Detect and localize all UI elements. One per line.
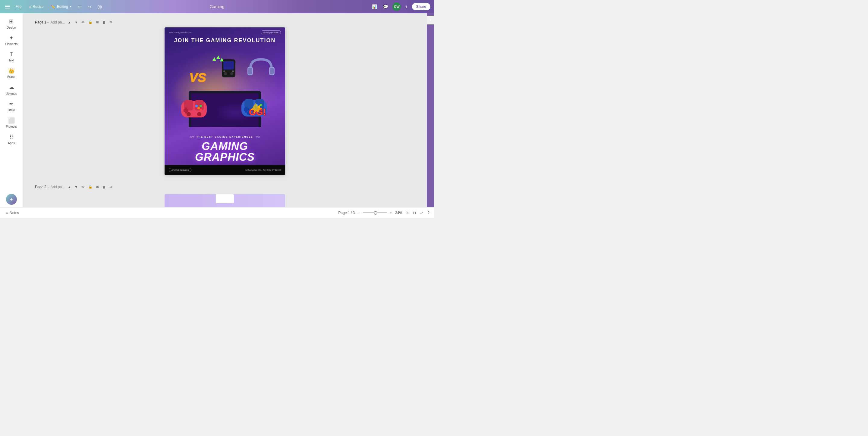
brand-icon: 👑 [8,67,15,74]
zoom-slider[interactable] [363,212,387,213]
sidebar-item-label: Uploads [6,92,17,95]
hamburger-menu[interactable] [4,4,11,10]
page1-add-button[interactable]: Add pa... [50,20,65,24]
sidebar-item-label: Projects [6,125,17,128]
svg-point-15 [199,109,202,111]
svg-point-12 [197,107,200,109]
add-collaborator-button[interactable]: + [403,3,409,10]
canvas-area[interactable]: Page 1 - Add pa... ▲ ▼ 👁 🔒 ⊞ 🗑 ⊕ www.rea… [23,13,427,207]
zoom-in-button[interactable]: + [389,210,393,216]
svg-rect-11 [184,109,188,112]
sidebar-item-design[interactable]: ⊞ Design [1,16,22,32]
page2-add-button[interactable]: Add pa... [50,185,65,189]
sidebar-item-label: Brand [7,75,16,78]
projects-icon: ⬜ [8,117,15,124]
sidebar-item-brand[interactable]: 👑 Brand [1,65,22,81]
page1-label: Page 1 - [35,20,49,24]
page1-down-button[interactable]: ▼ [73,20,79,25]
page2-preview-card[interactable] [164,194,285,207]
text-icon: T [10,51,13,58]
zoom-out-button[interactable]: − [357,210,361,216]
page2-grid-button[interactable]: ⊞ [95,184,100,190]
page1-eye-button[interactable]: 👁 [81,20,86,25]
user-avatar[interactable]: GW [393,2,401,11]
design-icon: ⊞ [9,18,13,25]
page2-canvas [164,194,285,207]
sidebar-item-draw[interactable]: ✒ Draw [1,98,22,114]
sidebar: ⊞ Design ✦ Elements T Text 👑 Brand ☁ Upl… [0,13,23,207]
poster-visual: VS GG! [164,45,285,133]
pencil-icon: ✏️ [51,5,55,9]
undo-button[interactable]: ↩ [76,3,84,10]
notes-label: Notes [10,211,19,215]
page2-down-button[interactable]: ▼ [73,184,79,190]
footer-company: Arowval Industries [169,168,191,172]
footer-address: 123 Anywhere St., Any City, ST 12345 [245,169,281,171]
nav-right-actions: 📊 💬 GW + Share [370,2,430,11]
page1-controls: Page 1 - Add pa... ▲ ▼ 👁 🔒 ⊞ 🗑 ⊕ [35,19,415,25]
svg-point-35 [224,72,227,75]
editing-button[interactable]: ✏️ Editing ▾ [49,3,74,10]
svg-point-13 [199,105,202,107]
svg-point-17 [197,112,201,116]
sidebar-item-label: Apps [8,141,15,145]
sidebar-item-label: Design [7,26,16,29]
topnav: File ⊞ Resize ✏️ Editing ▾ ↩ ↪ ◎ Gaming … [0,0,434,13]
sidebar-item-elements[interactable]: ✦ Elements [1,32,22,48]
bottom-right-controls: Page 1 / 3 − + 34% ⊞ ⊟ ⤢ ? [338,210,430,216]
svg-point-36 [230,72,233,75]
help-button[interactable]: ? [427,210,430,216]
best-gaming-text: THE BEST GAMING EXPERIENCES [196,135,253,138]
svg-rect-22 [244,108,249,111]
notes-button[interactable]: ≡ Notes [4,209,22,216]
comment-icon-button[interactable]: 💬 [381,3,390,10]
share-button[interactable]: Share [412,3,430,10]
chart-icon-button[interactable]: 📊 [370,3,379,10]
svg-point-37 [223,70,225,72]
sidebar-item-text[interactable]: T Text [1,49,22,64]
doc-title-area: Gaming [210,4,224,9]
redo-button[interactable]: ↪ [86,3,93,10]
page2-up-button[interactable]: ▲ [67,184,72,190]
page2-eye-button[interactable]: 👁 [81,184,86,190]
poster-header: www.reallygreatsite.com @reallygreatsite [164,27,285,36]
page1-card[interactable]: www.reallygreatsite.com @reallygreatsite… [164,27,285,175]
sidebar-item-apps[interactable]: ⠿ Apps [1,131,22,147]
zoom-slider-area: − + [357,210,393,216]
poster-title: JOIN THE GAMING REVOLUTION [164,36,285,45]
page1-add-new-button[interactable]: ⊕ [108,19,113,25]
svg-point-38 [232,70,234,72]
page-indicator: Page 1 / 3 [338,211,355,215]
page2-add-new-button[interactable]: ⊕ [108,184,113,190]
draw-icon: ✒ [9,101,13,107]
chevron-down-icon: ▾ [70,5,71,8]
page2-label: Page 2 - [35,185,49,189]
sidebar-item-projects[interactable]: ⬜ Projects [1,115,22,131]
svg-point-14 [195,105,198,107]
ai-assist-button[interactable]: ✦ [427,16,434,25]
fullscreen-button[interactable]: ⤢ [419,210,424,216]
zoom-slider-thumb[interactable] [374,211,377,215]
page2-delete-button[interactable]: 🗑 [101,184,107,190]
main-layout: ⊞ Design ✦ Elements T Text 👑 Brand ☁ Upl… [0,13,434,207]
page1-grid-button[interactable]: ⊞ [95,19,100,25]
page1-up-button[interactable]: ▲ [67,20,72,25]
page1-lock-button[interactable]: 🔒 [87,19,93,25]
right-panel: ✦ [427,13,434,207]
notes-icon: ≡ [6,211,8,215]
resize-icon: ⊞ [29,5,31,9]
poster-bottom-text: >>> THE BEST GAMING EXPERIENCES <<< [164,133,285,140]
sidebar-item-uploads[interactable]: ☁ Uploads [1,81,22,98]
file-button[interactable]: File [13,3,24,10]
list-view-button[interactable]: ⊟ [412,210,417,216]
arrows-left: >>> [190,135,194,138]
resize-button[interactable]: ⊞ Resize [26,3,46,10]
sidebar-item-label: Draw [8,108,15,112]
magic-star-button[interactable]: ✦ [6,194,17,205]
grid-view-button[interactable]: ⊞ [405,210,410,216]
page2-lock-button[interactable]: 🔒 [87,184,93,190]
page1-delete-button[interactable]: 🗑 [101,20,107,25]
gaming-text: GAMING GRAPHICS [169,141,281,163]
uploads-icon: ☁ [9,84,14,91]
magic-button[interactable]: ◎ [96,2,104,11]
